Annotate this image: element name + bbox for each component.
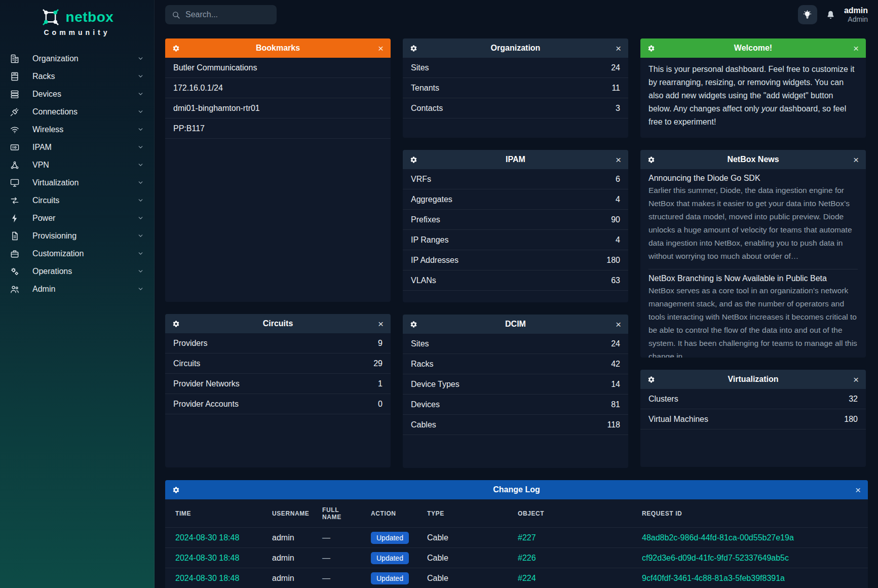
stat-label[interactable]: Clusters [648,395,678,404]
stat-label[interactable]: Sites [411,339,429,348]
stat-label[interactable]: IP Addresses [411,256,459,265]
monitor-icon [9,178,20,188]
search-icon [172,11,180,19]
stat-row: IP Ranges4 [403,230,628,250]
stat-label[interactable]: Providers [173,339,208,348]
sidebar-item-label: IPAM [32,143,52,152]
gear-icon[interactable] [647,45,655,52]
sidebar-item-label: Power [32,214,55,223]
gear-icon[interactable] [410,156,417,164]
close-icon[interactable]: × [616,320,621,329]
theme-toggle-button[interactable] [798,5,817,24]
gear-icon[interactable] [647,376,655,383]
chevron-down-icon [137,250,144,257]
stat-label[interactable]: Devices [411,400,440,409]
sidebar-item-ipam[interactable]: IPAM [0,138,154,156]
stat-label[interactable]: Virtual Machines [648,415,708,424]
sidebar-item-customization[interactable]: Customization [0,245,154,262]
sidebar-item-organization[interactable]: Organization [0,50,154,67]
sidebar-item-label: Customization [32,249,84,258]
brand[interactable]: netbox Community [0,7,154,36]
stat-label[interactable]: Circuits [173,359,200,368]
stat-row: Cables118 [403,415,628,435]
stat-label[interactable]: Aggregates [411,195,452,204]
stat-label[interactable]: Cables [411,420,436,429]
stat-label[interactable]: IP Ranges [411,236,448,245]
stat-value: 14 [611,380,620,389]
sidebar-item-devices[interactable]: Devices [0,85,154,103]
sidebar-item-virtualization[interactable]: Virtualization [0,174,154,191]
changelog-requestid-link[interactable]: cf92d3e6-d09d-41fc-9fd7-52337649ab5c [642,554,789,562]
stat-label[interactable]: VRFs [411,175,431,184]
gear-icon[interactable] [410,321,417,328]
stat-label[interactable]: Tenants [411,84,439,93]
bookmark-link[interactable]: Butler Communications [165,58,391,78]
close-icon[interactable]: × [616,44,621,53]
stat-label[interactable]: Device Types [411,380,460,389]
stat-label[interactable]: Prefixes [411,215,440,224]
column-header-action: ACTION [361,499,417,528]
sidebar-item-admin[interactable]: Admin [0,280,154,298]
notifications-bell-icon[interactable] [825,10,836,20]
stat-label[interactable]: Contacts [411,104,443,113]
stat-row: VLANs63 [403,270,628,291]
changelog-object-link[interactable]: #224 [518,574,536,582]
stat-value: 63 [611,276,620,285]
changelog-requestid-link[interactable]: 48ad8b2c-986d-44fd-81ca-00d55b27e19a [642,533,794,542]
gear-icon[interactable] [410,45,417,52]
close-icon[interactable]: × [378,319,384,329]
close-icon[interactable]: × [378,44,384,53]
user-menu[interactable]: admin Admin [844,6,868,23]
sidebar-item-connections[interactable]: Connections [0,103,154,121]
sidebar-item-wireless[interactable]: Wireless [0,121,154,138]
changelog-object-link[interactable]: #226 [518,554,536,562]
close-icon[interactable]: × [616,155,621,165]
sidebar-item-provisioning[interactable]: Provisioning [0,227,154,245]
changelog-object-link[interactable]: #227 [518,533,536,542]
search-input[interactable] [185,10,261,19]
news-headline[interactable]: NetBox Branching is Now Available in Pub… [648,274,858,283]
bookmarks-widget: Bookmarks × Butler Communications 172.16… [165,38,391,302]
stat-value: 6 [616,175,620,184]
rack-icon [9,71,20,82]
stat-row: Circuits29 [165,354,391,374]
stat-value: 24 [611,339,620,348]
gear-icon[interactable] [172,320,180,328]
search-box[interactable] [165,5,277,24]
stat-label[interactable]: VLANs [411,276,436,285]
changelog-time-link[interactable]: 2024-08-30 18:48 [175,574,239,582]
changelog-username: admin [262,548,312,568]
gears-icon [9,266,20,277]
stat-value: 42 [611,360,620,369]
ip-card-icon [9,142,20,152]
sidebar-item-circuits[interactable]: Circuits [0,191,154,209]
stat-label[interactable]: Provider Accounts [173,400,239,409]
changelog-time-link[interactable]: 2024-08-30 18:48 [175,533,239,542]
close-icon[interactable]: × [853,155,859,165]
stat-row: Provider Networks1 [165,374,391,394]
stat-label[interactable]: Racks [411,360,433,369]
gear-icon[interactable] [647,156,655,164]
bookmark-link[interactable]: dmi01-binghamton-rtr01 [165,98,391,119]
changelog-requestid-link[interactable]: 9cf40fdf-3461-4c88-81a3-5feb39f8391a [642,574,785,582]
chevron-down-icon [137,232,144,239]
sidebar-item-vpn[interactable]: VPN [0,156,154,174]
close-icon[interactable]: × [853,44,859,53]
sidebar-item-label: Operations [32,267,72,276]
stat-label[interactable]: Sites [411,63,429,72]
stat-label[interactable]: Provider Networks [173,379,240,388]
bookmark-link[interactable]: 172.16.0.1/24 [165,78,391,98]
sidebar-item-operations[interactable]: Operations [0,262,154,280]
chevron-down-icon [137,126,144,133]
sidebar-item-power[interactable]: Power [0,209,154,227]
stat-row: IP Addresses180 [403,250,628,270]
widget-title: Bookmarks [256,44,300,53]
bookmark-link[interactable]: PP:B117 [165,119,391,139]
close-icon[interactable]: × [853,375,859,384]
close-icon[interactable]: × [855,485,861,495]
gear-icon[interactable] [172,45,180,52]
sidebar-item-racks[interactable]: Racks [0,67,154,85]
changelog-time-link[interactable]: 2024-08-30 18:48 [175,554,239,562]
gear-icon[interactable] [172,486,180,494]
news-headline[interactable]: Announcing the Diode Go SDK [648,174,858,183]
